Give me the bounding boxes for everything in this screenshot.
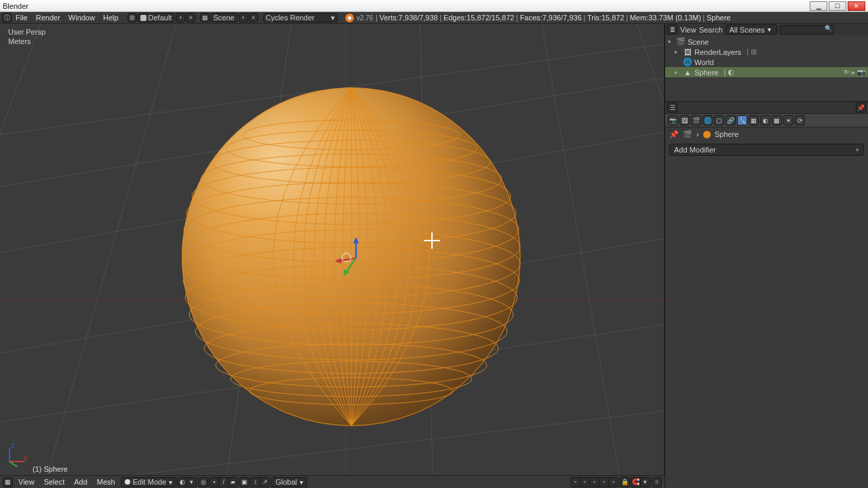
svg-marker-35: [336, 258, 341, 264]
scene-add-button[interactable]: +: [239, 13, 248, 22]
shading-mode-group: ◐ ▾: [178, 477, 197, 487]
manipulator-group: ↕ ↗: [251, 477, 270, 487]
mode-dropdown[interactable]: Edit Mode▾: [121, 477, 177, 487]
layer-buttons[interactable]: ▫▫▫▫▫: [571, 477, 618, 487]
edge-select-icon[interactable]: /: [218, 477, 229, 487]
snap-type-icon[interactable]: ▾: [640, 477, 650, 487]
orientation-label: Global: [275, 478, 297, 486]
menu-render[interactable]: Render: [32, 12, 64, 23]
tab-material-icon[interactable]: ◐: [760, 115, 770, 125]
editor-type-properties-icon[interactable]: ☰: [667, 102, 677, 113]
scene-browse-button[interactable]: ▦: [200, 13, 210, 22]
tree-row-world[interactable]: 🌐World: [665, 57, 868, 67]
window-title: Blender: [3, 2, 28, 10]
3d-cursor-icon[interactable]: [424, 232, 440, 249]
pin-context-icon[interactable]: 📌: [669, 130, 679, 139]
lock-camera-icon[interactable]: 🔒: [620, 477, 630, 487]
layout-add-button[interactable]: +: [176, 13, 185, 22]
svg-text:z: z: [11, 444, 15, 449]
snap-group[interactable]: 🧲▾: [631, 477, 650, 487]
screen-layout-dropdown[interactable]: Default: [138, 13, 175, 22]
window-minimize-button[interactable]: [810, 1, 827, 11]
tree-row-toggles: 👁▸📷: [843, 68, 868, 76]
camera-icon[interactable]: 📷: [857, 68, 865, 76]
scene-dropdown[interactable]: Scene: [210, 13, 237, 22]
orientation-dropdown[interactable]: Global▾: [271, 477, 307, 487]
render-border-icon[interactable]: ⌗: [652, 477, 662, 487]
tab-physics-icon[interactable]: ⟳: [795, 115, 805, 125]
outliner-panel: ≣ View Search All Scenes▾ ▾🎬Scene ▸🖼Rend…: [665, 24, 868, 102]
layout-prev-button[interactable]: ⊞: [127, 13, 137, 22]
tab-particles-icon[interactable]: ✶: [783, 115, 793, 125]
menu-window[interactable]: Window: [64, 12, 99, 23]
breadcrumb-label: Sphere: [715, 130, 738, 138]
window-close-button[interactable]: [848, 1, 865, 11]
svg-line-9: [41, 24, 176, 474]
vpmenu-add[interactable]: Add: [70, 476, 92, 487]
manipulator-translate-icon[interactable]: ↗: [260, 477, 270, 487]
menu-file[interactable]: File: [12, 12, 32, 23]
outliner-menu-search[interactable]: Search: [699, 26, 723, 34]
tab-modifiers-icon[interactable]: 🔧: [737, 115, 747, 125]
snap-toggle-icon[interactable]: 🧲: [631, 477, 641, 487]
properties-panel: ☰ 📌 📷 🖼 🎬 🌐 ▢ 🔗 🔧 ▦ ◐ ▩ ✶ ⟳ 📌 🎬›: [665, 102, 868, 488]
tree-row-sphere[interactable]: ▸▲Sphere| ◐ 👁▸📷: [665, 67, 868, 77]
outliner-display-dropdown[interactable]: All Scenes▾: [726, 24, 777, 35]
pin-icon[interactable]: 📌: [856, 102, 866, 113]
tab-object-icon[interactable]: ▢: [714, 115, 724, 125]
properties-breadcrumb: 📌 🎬› Sphere: [665, 127, 868, 141]
mode-label: Edit Mode: [133, 478, 167, 486]
tab-data-icon[interactable]: ▦: [749, 115, 759, 125]
scene-icon: 🎬: [677, 38, 685, 46]
properties-context-tabs: 📷 🖼 🎬 🌐 ▢ 🔗 🔧 ▦ ◐ ▩ ✶ ⟳: [665, 113, 868, 127]
stats-readout: | Verts:7,938/7,938 | Edges:15,872/15,87…: [376, 14, 730, 22]
add-modifier-dropdown[interactable]: Add Modifier: [669, 144, 864, 156]
editor-type-outliner-icon[interactable]: ≣: [667, 24, 677, 35]
tree-row-renderlayers[interactable]: ▸🖼RenderLayers| ⊞: [665, 47, 868, 57]
window-titlebar: Blender: [0, 0, 868, 12]
vpmenu-select[interactable]: Select: [40, 476, 69, 487]
svg-line-13: [637, 24, 664, 474]
editor-type-icon[interactable]: ⓘ: [2, 13, 12, 22]
tab-constraints-icon[interactable]: 🔗: [726, 115, 736, 125]
tree-renderlayers-label: RenderLayers: [694, 48, 741, 56]
outliner-header: ≣ View Search All Scenes▾: [665, 24, 868, 35]
stats-version: v2.76: [357, 14, 373, 22]
editor-type-3dview-icon[interactable]: ▦: [3, 477, 13, 487]
tab-scene-icon[interactable]: 🎬: [691, 115, 701, 125]
svg-line-40: [9, 462, 18, 467]
viewport-shading-icon[interactable]: ◐: [177, 477, 187, 487]
vpmenu-view[interactable]: View: [14, 476, 39, 487]
tab-texture-icon[interactable]: ▩: [772, 115, 782, 125]
tree-row-scene[interactable]: ▾🎬Scene: [665, 37, 868, 47]
tab-renderlayers-icon[interactable]: 🖼: [679, 115, 690, 125]
cursor-icon[interactable]: ▸: [852, 68, 855, 76]
outliner-menu-view[interactable]: View: [680, 26, 696, 34]
world-icon: 🌐: [684, 58, 692, 66]
scene-bread-icon: 🎬: [683, 130, 692, 139]
manipulator-toggle-icon[interactable]: ↕: [250, 477, 260, 487]
tab-render-icon[interactable]: 📷: [668, 115, 678, 125]
scene-remove-button[interactable]: ×: [249, 13, 258, 22]
mesh-icon: ▲: [684, 68, 692, 77]
eye-icon[interactable]: 👁: [843, 68, 850, 76]
add-modifier-label: Add Modifier: [674, 146, 716, 154]
render-engine-dropdown[interactable]: Cycles Render▾: [263, 13, 338, 22]
outliner-tree[interactable]: ▾🎬Scene ▸🖼RenderLayers| ⊞ 🌐World ▸▲Spher…: [665, 35, 868, 101]
viewport-shading-caret-icon[interactable]: ▾: [186, 477, 197, 487]
vertex-select-icon[interactable]: ▪: [209, 477, 219, 487]
window-maximize-button[interactable]: [829, 1, 846, 11]
3d-viewport[interactable]: User Persp Meters (1) Sphere z y: [0, 24, 665, 475]
vpmenu-mesh[interactable]: Mesh: [93, 476, 119, 487]
tab-world-icon[interactable]: 🌐: [703, 115, 713, 125]
limit-selection-icon[interactable]: ▣: [239, 477, 250, 487]
menu-help[interactable]: Help: [99, 12, 123, 23]
outliner-display-label: All Scenes: [730, 26, 765, 34]
face-select-icon[interactable]: ▰: [228, 477, 238, 487]
layout-remove-button[interactable]: ×: [186, 13, 195, 22]
pivot-point-icon[interactable]: ◎: [198, 477, 208, 487]
select-mode-group: ▪ / ▰: [210, 477, 238, 487]
tree-sphere-label: Sphere: [694, 68, 718, 77]
outliner-search-input[interactable]: [780, 25, 834, 35]
viewport-header: ▦ View Select Add Mesh Edit Mode▾ ◐ ▾ ◎ …: [0, 475, 665, 488]
